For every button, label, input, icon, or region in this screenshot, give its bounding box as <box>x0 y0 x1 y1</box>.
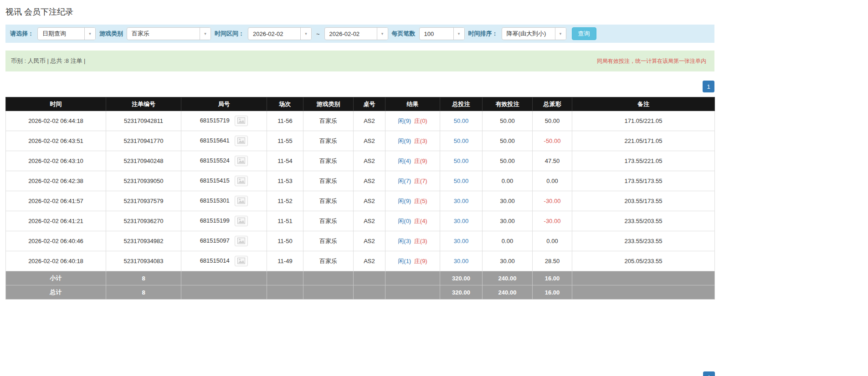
round-number: 681515524 <box>200 157 230 164</box>
cell-payout: 28.50 <box>533 251 572 271</box>
cell-total-bet[interactable]: 50.00 <box>440 111 483 131</box>
cell-total-bet[interactable]: 50.00 <box>440 131 483 151</box>
sort-order-value: 降幂(由大到小) <box>502 30 555 38</box>
result-player: 闲(9) <box>398 198 411 204</box>
round-replay-image-icon[interactable] <box>235 116 248 126</box>
cell-remark: 233.55/233.55 <box>572 231 715 251</box>
cell-remark: 203.55/173.55 <box>572 191 715 211</box>
betting-records-table: 时间 注单编号 局号 场次 游戏类别 桌号 结果 总投注 有效投注 总派彩 备注… <box>5 97 715 300</box>
cell-remark: 205.05/233.55 <box>572 251 715 271</box>
query-type-value: 日期查询 <box>38 30 84 38</box>
cell-result: 闲(7) 庄(7) <box>385 171 440 191</box>
cell-total-bet[interactable]: 50.00 <box>440 151 483 171</box>
cell-table-no: AS2 <box>354 111 385 131</box>
date-from-value: 2026-02-02 <box>248 30 300 37</box>
result-player: 闲(1) <box>398 258 411 264</box>
date-from-select[interactable]: 2026-02-02 ▾ <box>248 27 312 40</box>
table-row: 2026-02-02 06:42:38 523170939050 6815154… <box>6 171 715 191</box>
round-number: 681515301 <box>200 197 230 204</box>
pagination-top: 1 <box>5 81 714 92</box>
pagination-bottom: 1 <box>703 371 715 376</box>
cell-table-no: AS2 <box>354 211 385 231</box>
result-banker: 庄(3) <box>414 137 427 144</box>
round-replay-image-icon[interactable] <box>235 156 248 166</box>
cell-round-id: 681515415 <box>181 171 267 191</box>
round-number: 681515014 <box>200 257 230 264</box>
cell-total-bet[interactable]: 30.00 <box>440 251 483 271</box>
cell-total-bet[interactable]: 30.00 <box>440 191 483 211</box>
cell-total-bet[interactable]: 50.00 <box>440 171 483 191</box>
header-game-type: 游戏类别 <box>303 97 354 111</box>
round-replay-image-icon[interactable] <box>235 236 248 246</box>
table-footer: 小计 8 320.00 240.00 16.00 总计 8 320.00 240… <box>6 271 715 300</box>
round-number: 681515719 <box>200 117 230 124</box>
chevron-down-icon[interactable]: ▾ <box>84 28 95 40</box>
cell-time: 2026-02-02 06:40:18 <box>6 251 106 271</box>
subtotal-total-bet: 320.00 <box>440 271 483 285</box>
total-payout: 16.00 <box>533 285 572 300</box>
cell-round-id: 681515641 <box>181 131 267 151</box>
round-replay-image-icon[interactable] <box>235 176 248 186</box>
round-replay-image-icon[interactable] <box>235 196 248 206</box>
cell-round-id: 681515719 <box>181 111 267 131</box>
cell-table-no: AS2 <box>354 151 385 171</box>
page-title: 视讯 会员下注纪录 <box>5 6 714 17</box>
cell-time: 2026-02-02 06:41:21 <box>6 211 106 231</box>
total-row: 总计 8 320.00 240.00 16.00 <box>6 285 715 300</box>
chevron-down-icon[interactable]: ▾ <box>555 28 566 40</box>
cell-round-id: 681515524 <box>181 151 267 171</box>
cell-valid-bet: 30.00 <box>483 191 533 211</box>
game-type-select[interactable]: 百家乐 ▾ <box>127 27 211 40</box>
table-row: 2026-02-02 06:41:57 523170937579 6815153… <box>6 191 715 211</box>
cell-payout: 47.50 <box>533 151 572 171</box>
round-replay-image-icon[interactable] <box>235 136 248 146</box>
cell-payout: -30.00 <box>533 211 572 231</box>
cell-result: 闲(9) 庄(5) <box>385 191 440 211</box>
cell-bet-id: 523170940248 <box>106 151 181 171</box>
cell-total-bet[interactable]: 30.00 <box>440 231 483 251</box>
cell-table-no: AS2 <box>354 131 385 151</box>
round-replay-image-icon[interactable] <box>235 256 248 266</box>
chevron-down-icon[interactable]: ▾ <box>200 28 211 40</box>
round-number: 681515415 <box>200 177 230 184</box>
cell-time: 2026-02-02 06:40:46 <box>6 231 106 251</box>
subtotal-valid-bet: 240.00 <box>483 271 533 285</box>
cell-valid-bet: 0.00 <box>483 171 533 191</box>
cell-payout: 0.00 <box>533 231 572 251</box>
page-size-select[interactable]: 100 ▾ <box>419 27 465 40</box>
date-to-select[interactable]: 2026-02-02 ▾ <box>324 27 388 40</box>
cell-result: 闲(1) 庄(9) <box>385 251 440 271</box>
header-total-bet: 总投注 <box>440 97 483 111</box>
subtotal-payout: 16.00 <box>533 271 572 285</box>
sort-order-select[interactable]: 降幂(由大到小) ▾ <box>502 27 566 40</box>
result-banker: 庄(5) <box>414 198 427 204</box>
cell-session: 11-51 <box>267 211 303 231</box>
cell-table-no: AS2 <box>354 231 385 251</box>
search-button[interactable]: 查询 <box>572 27 596 40</box>
result-player: 闲(9) <box>398 117 411 124</box>
table-row: 2026-02-02 06:43:51 523170941770 6815156… <box>6 131 715 151</box>
page-1-button[interactable]: 1 <box>703 81 714 92</box>
table-row: 2026-02-02 06:40:18 523170934083 6815150… <box>6 251 715 271</box>
result-banker: 庄(7) <box>414 178 427 184</box>
cell-valid-bet: 50.00 <box>483 151 533 171</box>
cell-time: 2026-02-02 06:41:57 <box>6 191 106 211</box>
subtotal-label: 小计 <box>6 271 106 285</box>
round-replay-image-icon[interactable] <box>235 216 248 226</box>
chevron-down-icon[interactable]: ▾ <box>377 28 388 40</box>
query-type-select[interactable]: 日期查询 ▾ <box>37 27 96 40</box>
table-body: 2026-02-02 06:44:18 523170942811 6815157… <box>6 111 715 271</box>
header-time: 时间 <box>6 97 106 111</box>
chevron-down-icon[interactable]: ▾ <box>453 28 464 40</box>
sort-order-label: 时间排序： <box>468 30 498 38</box>
chevron-down-icon[interactable]: ▾ <box>300 28 311 40</box>
cell-session: 11-52 <box>267 191 303 211</box>
cell-total-bet[interactable]: 30.00 <box>440 211 483 231</box>
header-bet-id: 注单编号 <box>106 97 181 111</box>
header-payout: 总派彩 <box>533 97 572 111</box>
cell-payout: 0.00 <box>533 171 572 191</box>
page-1-button[interactable]: 1 <box>703 371 715 376</box>
cell-result: 闲(0) 庄(4) <box>385 211 440 231</box>
cell-bet-id: 523170937579 <box>106 191 181 211</box>
total-total-bet: 320.00 <box>440 285 483 300</box>
